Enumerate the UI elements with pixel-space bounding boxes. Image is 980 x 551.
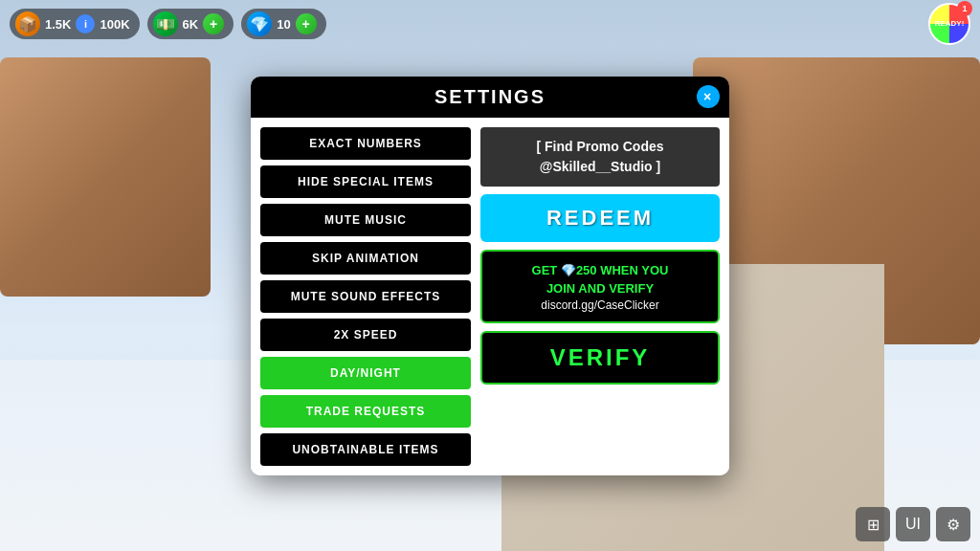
modal-header: SETTINGS × — [251, 77, 729, 118]
discord-text-line1: GET 💎250 WHEN YOU — [494, 261, 706, 280]
mute-music-button[interactable]: MUTE MUSIC — [260, 204, 471, 236]
discord-text-line2: JOIN AND VERIFY — [494, 279, 706, 298]
promo-box: [ Find Promo Codes @Skilled__Studio ] — [480, 127, 720, 187]
modal-overlay: SETTINGS × EXACT NUMBERS HIDE SPECIAL IT… — [0, 0, 980, 551]
verify-button[interactable]: VERIFY — [480, 331, 720, 385]
modal-close-button[interactable]: × — [697, 85, 720, 108]
settings-modal: SETTINGS × EXACT NUMBERS HIDE SPECIAL IT… — [251, 77, 729, 475]
promo-column: [ Find Promo Codes @Skilled__Studio ] RE… — [480, 127, 720, 466]
modal-body: EXACT NUMBERS HIDE SPECIAL ITEMS MUTE MU… — [251, 118, 729, 475]
day-night-button[interactable]: DAY/NIGHT — [260, 357, 471, 389]
exact-numbers-button[interactable]: EXACT NUMBERS — [260, 127, 471, 160]
trade-requests-button[interactable]: TRADE REQUESTS — [260, 395, 471, 428]
discord-box: GET 💎250 WHEN YOU JOIN AND VERIFY discor… — [480, 250, 720, 323]
hide-special-items-button[interactable]: HIDE SPECIAL ITEMS — [260, 165, 471, 198]
settings-buttons-column: EXACT NUMBERS HIDE SPECIAL ITEMS MUTE MU… — [260, 127, 471, 466]
skip-animation-button[interactable]: SKIP ANIMATION — [260, 242, 471, 275]
promo-line1: [ Find Promo Codes — [492, 137, 708, 157]
modal-title: SETTINGS — [434, 86, 546, 107]
promo-line2: @Skilled__Studio ] — [492, 157, 708, 177]
discord-link[interactable]: discord.gg/CaseClicker — [494, 298, 706, 312]
2x-speed-button[interactable]: 2X SPEED — [260, 319, 471, 351]
redeem-button[interactable]: REDEEM — [480, 194, 720, 242]
unobtainable-items-button[interactable]: UNOBTAINABLE ITEMS — [260, 433, 471, 466]
mute-sound-effects-button[interactable]: MUTE SOUND EFFECTS — [260, 280, 471, 313]
